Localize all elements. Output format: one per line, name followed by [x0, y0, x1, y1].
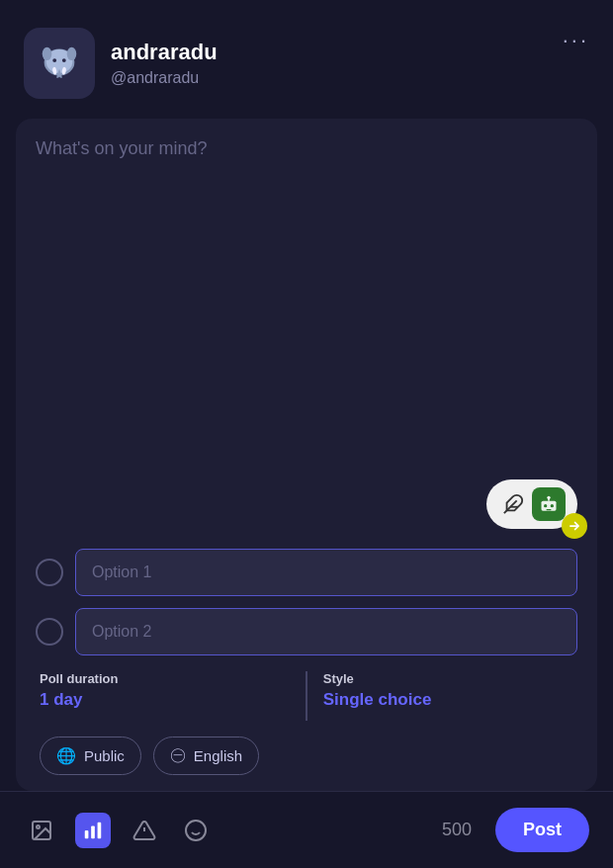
- svg-point-2: [43, 47, 52, 60]
- option-1-input[interactable]: [75, 549, 577, 596]
- poll-options: [36, 549, 577, 655]
- svg-point-3: [67, 47, 77, 60]
- user-info: andraradu @andraradu: [111, 40, 218, 87]
- poll-option-1-row: [36, 549, 577, 596]
- svg-rect-18: [85, 830, 89, 838]
- globe-icon: 🌐: [56, 746, 76, 765]
- char-count: 500: [442, 820, 472, 840]
- poll-duration-setting[interactable]: Poll duration 1 day: [40, 671, 290, 710]
- svg-point-11: [544, 504, 547, 507]
- feather-icon: [498, 489, 528, 519]
- warning-icon[interactable]: [127, 813, 162, 848]
- svg-point-15: [547, 496, 550, 499]
- svg-rect-13: [547, 509, 552, 510]
- icon-pill: [486, 479, 577, 529]
- poll-style-setting[interactable]: Style Single choice: [323, 671, 573, 710]
- duration-label: Poll duration: [40, 671, 290, 686]
- post-button[interactable]: Post: [495, 808, 589, 852]
- compose-icons: [36, 479, 577, 529]
- svg-point-23: [186, 821, 206, 840]
- language-label: English: [194, 747, 242, 764]
- option-2-input[interactable]: [75, 608, 577, 655]
- user-handle: @andraradu: [111, 69, 218, 87]
- username: andraradu: [111, 40, 218, 65]
- emoji-icon[interactable]: [178, 813, 214, 848]
- image-icon[interactable]: [24, 813, 59, 848]
- svg-point-17: [37, 825, 40, 828]
- arrow-badge: [562, 513, 587, 539]
- bottom-toolbar: 500 Post: [0, 791, 613, 868]
- audience-button[interactable]: 🌐 Public: [40, 737, 141, 775]
- svg-rect-20: [98, 822, 102, 838]
- svg-point-4: [52, 58, 56, 62]
- poll-settings-divider: [306, 671, 307, 721]
- radio-2[interactable]: [36, 618, 63, 646]
- poll-option-2-row: [36, 608, 577, 655]
- style-label: Style: [323, 671, 573, 686]
- language-button[interactable]: ㊀ English: [153, 737, 259, 775]
- poll-icon[interactable]: [75, 813, 111, 848]
- app-container: andraradu @andraradu ··· What's on your …: [0, 0, 613, 868]
- avatar: [24, 28, 95, 99]
- audience-label: Public: [84, 747, 125, 764]
- header: andraradu @andraradu ···: [0, 0, 613, 119]
- compose-area: What's on your mind?: [16, 119, 597, 791]
- more-button[interactable]: ···: [563, 28, 589, 53]
- svg-point-5: [62, 58, 66, 62]
- translate-icon: ㊀: [170, 745, 186, 766]
- svg-rect-19: [91, 825, 95, 838]
- svg-point-12: [551, 504, 554, 507]
- poll-settings: Poll duration 1 day Style Single choice: [36, 671, 577, 721]
- bot-icon: [532, 487, 566, 521]
- compose-placeholder: What's on your mind?: [36, 138, 577, 464]
- radio-1[interactable]: [36, 559, 63, 586]
- tag-buttons: 🌐 Public ㊀ English: [36, 737, 577, 775]
- duration-value: 1 day: [40, 690, 290, 710]
- style-value: Single choice: [323, 690, 573, 710]
